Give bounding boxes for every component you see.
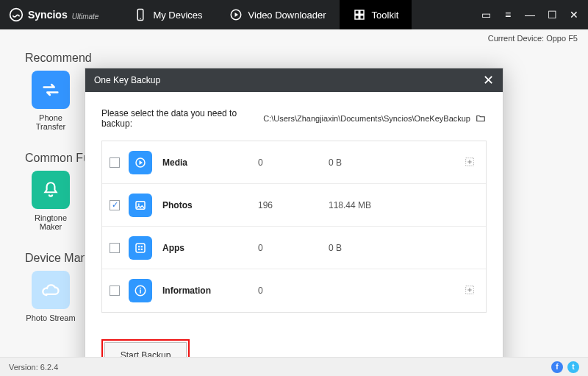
syncios-logo-icon <box>9 7 24 22</box>
row-count: 0 <box>258 157 329 168</box>
checkbox-information[interactable] <box>110 285 120 296</box>
tile-photo-stream[interactable]: Photo Stream <box>25 271 76 322</box>
svg-rect-16 <box>141 248 143 249</box>
current-device: Current Device: Oppo F5 <box>488 34 578 43</box>
row-size: 118.44 MB <box>329 200 464 210</box>
checkbox-apps[interactable] <box>110 243 120 253</box>
dialog-close-button[interactable]: ✕ <box>483 72 494 88</box>
tab-my-devices[interactable]: My Devices <box>121 0 215 29</box>
checkbox-media[interactable] <box>110 157 120 168</box>
svg-point-11 <box>138 203 140 205</box>
svg-rect-12 <box>136 244 145 252</box>
dialog-title: One Key Backup <box>94 75 160 85</box>
tab-toolkit-label: Toolkit <box>372 10 399 21</box>
svg-rect-18 <box>140 290 141 294</box>
svg-rect-6 <box>355 15 359 19</box>
row-options-button[interactable] <box>464 156 477 169</box>
minimize-button[interactable]: — <box>525 10 535 20</box>
backup-row-photos: Photos196118.44 MB <box>102 184 486 227</box>
row-count: 0 <box>258 243 329 253</box>
tab-video-downloader[interactable]: Video Downloader <box>216 0 340 29</box>
tile-phone-transfer[interactable]: Phone Transfer <box>25 71 76 131</box>
version-label: Version: <box>9 363 38 372</box>
row-count: 196 <box>258 200 329 210</box>
backup-path-text: C:\Users\Zhangjiaxin\Documents\Syncios\O… <box>263 114 470 123</box>
transfer-icon <box>32 71 70 109</box>
apps-icon <box>129 236 152 260</box>
bell-icon <box>32 171 70 209</box>
svg-rect-15 <box>138 248 140 249</box>
media-icon <box>129 151 152 174</box>
row-size: 0 B <box>329 157 464 168</box>
row-count: 0 <box>258 285 329 296</box>
folder-icon <box>475 113 487 124</box>
photos-icon <box>129 194 152 217</box>
svg-point-19 <box>140 288 141 289</box>
facebook-icon[interactable]: f <box>551 361 563 373</box>
cloud-icon <box>32 271 70 309</box>
backup-path[interactable]: C:\Users\Zhangjiaxin\Documents\Syncios\O… <box>263 113 487 124</box>
app-edition: Ultimate <box>72 13 99 21</box>
close-window-button[interactable]: ✕ <box>569 10 579 20</box>
row-name: Information <box>162 285 258 296</box>
twitter-icon[interactable]: t <box>567 361 579 373</box>
svg-rect-14 <box>141 246 143 247</box>
svg-point-2 <box>140 18 142 20</box>
app-top-bar: Syncios Ultimate My Devices Video Downlo… <box>0 0 588 29</box>
phone-icon <box>134 8 147 21</box>
row-options-button[interactable] <box>464 284 477 297</box>
svg-rect-4 <box>355 10 359 14</box>
information-icon <box>129 279 152 302</box>
version-number: 6.2.4 <box>40 363 58 372</box>
backup-row-media: Media00 B <box>102 141 486 184</box>
backup-row-apps: Apps00 B <box>102 227 486 269</box>
main-content: Current Device: Oppo F5 Recommend Phone … <box>0 29 588 357</box>
maximize-button[interactable]: ☐ <box>547 10 557 20</box>
tab-toolkit[interactable]: Toolkit <box>340 0 412 29</box>
play-circle-icon <box>229 8 243 21</box>
tab-downloader-label: Video Downloader <box>248 10 326 21</box>
nav-tabs: My Devices Video Downloader Toolkit <box>121 0 412 29</box>
app-name: Syncios <box>28 9 68 21</box>
dialog-header: One Key Backup ✕ <box>85 68 503 92</box>
row-name: Media <box>162 157 258 168</box>
menu-icon[interactable]: ≡ <box>503 10 513 20</box>
tile-ringtone-maker[interactable]: Ringtone Maker <box>25 171 76 231</box>
svg-rect-13 <box>138 246 140 247</box>
svg-rect-7 <box>359 15 363 19</box>
backup-row-information: Information0 <box>102 269 486 312</box>
checkbox-photos[interactable] <box>110 200 120 210</box>
window-controls: ▭ ≡ — ☐ ✕ <box>481 10 584 20</box>
feedback-icon[interactable]: ▭ <box>481 10 491 20</box>
app-logo: Syncios Ultimate <box>9 7 98 22</box>
row-name: Photos <box>162 200 258 210</box>
section-recommend: Recommend <box>25 52 563 65</box>
row-name: Apps <box>162 243 258 253</box>
backup-items-list: Media00 BPhotos196118.44 MBApps00 BInfor… <box>101 141 487 313</box>
svg-point-0 <box>10 9 23 21</box>
svg-rect-5 <box>359 10 363 14</box>
tab-devices-label: My Devices <box>153 10 202 21</box>
row-size: 0 B <box>329 243 464 253</box>
one-key-backup-dialog: One Key Backup ✕ Please select the data … <box>85 68 503 376</box>
grid-icon <box>353 8 366 21</box>
status-bar: Version: 6.2.4 f t <box>0 357 588 376</box>
dialog-prompt: Please select the data you need to backu… <box>101 108 263 129</box>
